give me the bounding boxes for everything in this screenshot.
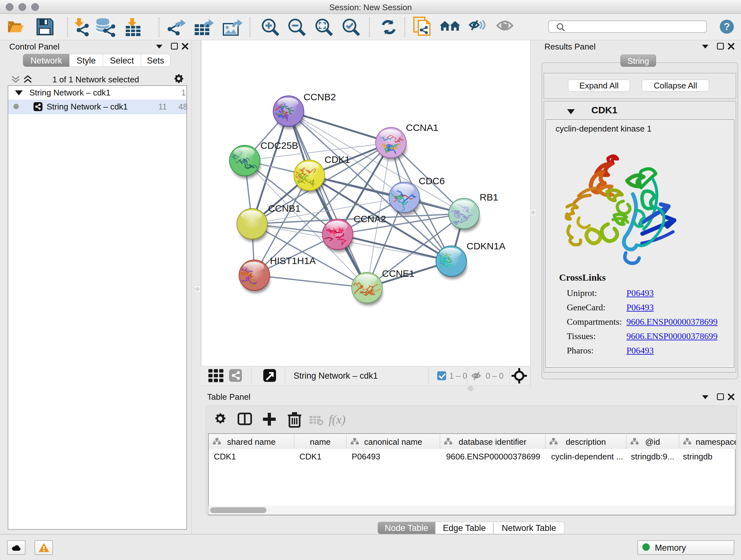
svg-text:CCNE1: CCNE1 xyxy=(382,268,414,279)
svg-text:RB1: RB1 xyxy=(480,192,498,202)
svg-text:0 – 0: 0 – 0 xyxy=(486,371,503,380)
svg-text:CCNB1: CCNB1 xyxy=(268,203,300,213)
svg-text:CCNA1: CCNA1 xyxy=(406,122,439,133)
svg-text:HIST1H1A: HIST1H1A xyxy=(270,255,316,266)
svg-text:CCNA2: CCNA2 xyxy=(354,213,386,224)
svg-text:?: ? xyxy=(724,21,730,32)
svg-text:f(x): f(x) xyxy=(329,413,346,427)
svg-text:CDKN1A: CDKN1A xyxy=(467,241,506,251)
svg-text:CCNB2: CCNB2 xyxy=(304,91,336,102)
svg-text:1 – 0: 1 – 0 xyxy=(449,371,467,380)
svg-text:CDK1: CDK1 xyxy=(325,154,350,165)
svg-text:CDC25B: CDC25B xyxy=(260,140,298,151)
svg-text:String Network – cdk1: String Network – cdk1 xyxy=(293,371,378,381)
svg-text:CDC6: CDC6 xyxy=(419,176,445,186)
